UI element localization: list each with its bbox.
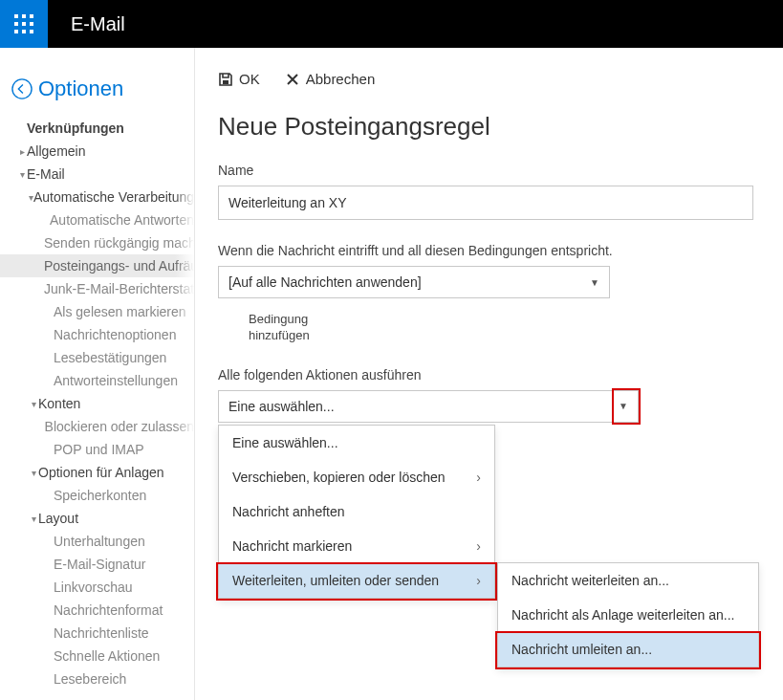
nav-item-label: Lesebereich bbox=[54, 671, 126, 687]
nav-item[interactable]: Antworteinstellungen bbox=[0, 369, 194, 392]
menu-item[interactable]: Nachricht anheften bbox=[219, 494, 494, 529]
nav-item-label: Antworteinstellungen bbox=[54, 373, 178, 388]
condition-dropdown[interactable]: [Auf alle Nachrichten anwenden] ▼ bbox=[218, 266, 610, 298]
ok-button[interactable]: OK bbox=[218, 71, 260, 87]
caret-icon: ▾ bbox=[29, 399, 38, 409]
nav-item[interactable]: Nachrichtenoptionen bbox=[0, 323, 194, 346]
nav-item[interactable]: Speicherkonten bbox=[0, 484, 194, 507]
name-label: Name bbox=[218, 163, 760, 178]
nav-item[interactable]: Senden rückgängig machen bbox=[0, 231, 194, 254]
add-condition-link[interactable]: Bedingung hinzufügen bbox=[249, 312, 760, 344]
app-launcher-button[interactable] bbox=[0, 0, 48, 48]
sidebar: Optionen Verknüpfungen▸Allgemein▾E-Mail▾… bbox=[0, 48, 195, 700]
nav-item-label: Speicherkonten bbox=[54, 488, 146, 503]
submenu-item-label: Nachricht weiterleiten an... bbox=[511, 573, 669, 588]
nav-item-label: Lesebestätigungen bbox=[54, 350, 166, 365]
cancel-label: Abbrechen bbox=[306, 71, 376, 87]
caret-icon: ▾ bbox=[29, 514, 38, 524]
nav-item[interactable]: ▾Layout bbox=[0, 507, 194, 530]
nav-item-label: Senden rückgängig machen bbox=[44, 235, 195, 251]
nav-item[interactable]: Schnelle Aktionen bbox=[0, 645, 194, 667]
svg-rect-1 bbox=[22, 14, 26, 18]
nav-item[interactable]: Junk-E-Mail-Berichterstattung bbox=[0, 277, 194, 300]
topbar: E-Mail bbox=[0, 0, 783, 48]
condition-value: [Auf alle Nachrichten anwenden] bbox=[228, 274, 422, 290]
nav-item-label: E-Mail bbox=[27, 166, 65, 182]
nav-item[interactable]: Nachrichtenformat bbox=[0, 599, 194, 622]
nav-item[interactable]: ▾E-Mail bbox=[0, 163, 194, 186]
svg-rect-6 bbox=[14, 30, 18, 33]
nav-item[interactable]: Verknüpfungen bbox=[0, 117, 194, 140]
nav-item-label: Nachrichtenformat bbox=[54, 602, 163, 618]
command-bar: OK Abbrechen bbox=[218, 71, 760, 87]
nav-item[interactable]: Blockieren oder zulassen bbox=[0, 415, 194, 438]
chevron-right-icon: › bbox=[476, 538, 481, 554]
submenu-item[interactable]: Nachricht als Anlage weiterleiten an... bbox=[498, 598, 758, 632]
chevron-right-icon: › bbox=[476, 470, 481, 485]
nav-item-label: Unterhaltungen bbox=[54, 534, 145, 549]
nav-item-label: Junk-E-Mail-Berichterstattung bbox=[44, 281, 195, 296]
back-button[interactable]: Optionen bbox=[0, 77, 194, 101]
submenu-item-label: Nachricht umleiten an... bbox=[511, 642, 652, 657]
cancel-button[interactable]: Abbrechen bbox=[285, 71, 376, 87]
nav-tree: Verknüpfungen▸Allgemein▾E-Mail▾Automatis… bbox=[0, 117, 194, 690]
caret-icon: ▸ bbox=[17, 146, 27, 157]
svg-rect-8 bbox=[30, 30, 33, 33]
nav-item-label: Schnelle Aktionen bbox=[54, 648, 160, 664]
nav-item[interactable]: Als gelesen markieren bbox=[0, 300, 194, 323]
nav-item[interactable]: Automatische Antworten bbox=[0, 208, 194, 231]
nav-item[interactable]: Lesebereich bbox=[0, 667, 194, 690]
nav-item-label: Linkvorschau bbox=[54, 580, 133, 595]
close-icon bbox=[285, 72, 300, 87]
back-arrow-icon bbox=[11, 78, 33, 99]
menu-item[interactable]: Verschieben, kopieren oder löschen› bbox=[219, 460, 494, 494]
submenu-item-label: Nachricht als Anlage weiterleiten an... bbox=[511, 607, 734, 623]
nav-item[interactable]: ▾Optionen für Anlagen bbox=[0, 461, 194, 484]
nav-item[interactable]: E-Mail-Signatur bbox=[0, 553, 194, 576]
action-value: Eine auswählen... bbox=[228, 399, 335, 414]
nav-item-label: Layout bbox=[38, 511, 78, 526]
svg-rect-4 bbox=[22, 22, 26, 26]
menu-item-label: Weiterleiten, umleiten oder senden bbox=[232, 573, 439, 588]
submenu-item[interactable]: Nachricht umleiten an... bbox=[498, 632, 758, 667]
nav-item[interactable]: ▸Allgemein bbox=[0, 140, 194, 163]
nav-item-label: Nachrichtenoptionen bbox=[54, 327, 176, 342]
svg-rect-0 bbox=[14, 14, 18, 18]
caret-icon: ▾ bbox=[17, 169, 27, 180]
nav-item[interactable]: Posteingangs- und Aufräumen bbox=[0, 254, 194, 277]
nav-item-label: Optionen für Anlagen bbox=[38, 465, 164, 480]
menu-item[interactable]: Nachricht markieren› bbox=[219, 529, 494, 563]
menu-item[interactable]: Weiterleiten, umleiten oder senden› bbox=[219, 563, 494, 598]
svg-rect-2 bbox=[30, 14, 33, 18]
nav-item-label: E-Mail-Signatur bbox=[54, 557, 145, 572]
svg-rect-10 bbox=[223, 80, 228, 84]
nav-item-label: Automatische Verarbeitung bbox=[33, 189, 194, 205]
nav-item[interactable]: Unterhaltungen bbox=[0, 530, 194, 553]
menu-item[interactable]: Eine auswählen... bbox=[219, 426, 494, 460]
nav-item[interactable]: Nachrichtenliste bbox=[0, 622, 194, 645]
nav-item[interactable]: POP und IMAP bbox=[0, 438, 194, 461]
content: OK Abbrechen Neue Posteingangsregel Name… bbox=[195, 48, 783, 700]
caret-icon: ▾ bbox=[29, 468, 38, 478]
action-dropdown[interactable]: Eine auswählen... ▼ bbox=[218, 390, 639, 423]
save-icon bbox=[218, 72, 233, 87]
svg-point-9 bbox=[12, 79, 32, 98]
name-input[interactable] bbox=[218, 186, 753, 220]
nav-item[interactable]: Linkvorschau bbox=[0, 576, 194, 599]
nav-item[interactable]: ▾Konten bbox=[0, 392, 194, 415]
nav-item[interactable]: Lesebestätigungen bbox=[0, 346, 194, 369]
nav-item-label: POP und IMAP bbox=[54, 442, 144, 457]
menu-item-label: Eine auswählen... bbox=[232, 435, 338, 450]
svg-rect-5 bbox=[30, 22, 33, 26]
page-title: Neue Posteingangsregel bbox=[218, 112, 760, 142]
submenu-item[interactable]: Nachricht weiterleiten an... bbox=[498, 563, 758, 598]
nav-item-label: Verknüpfungen bbox=[27, 120, 124, 136]
nav-item-label: Als gelesen markieren bbox=[54, 304, 186, 319]
nav-item-label: Posteingangs- und Aufräumen bbox=[44, 258, 195, 273]
nav-item[interactable]: ▾Automatische Verarbeitung bbox=[0, 186, 194, 208]
action-label: Alle folgenden Aktionen ausführen bbox=[218, 367, 760, 383]
menu-item-label: Nachricht markieren bbox=[232, 538, 352, 554]
menu-item-label: Nachricht anheften bbox=[232, 504, 345, 519]
nav-item-label: Konten bbox=[38, 396, 80, 411]
nav-item-label: Automatische Antworten bbox=[50, 212, 194, 228]
